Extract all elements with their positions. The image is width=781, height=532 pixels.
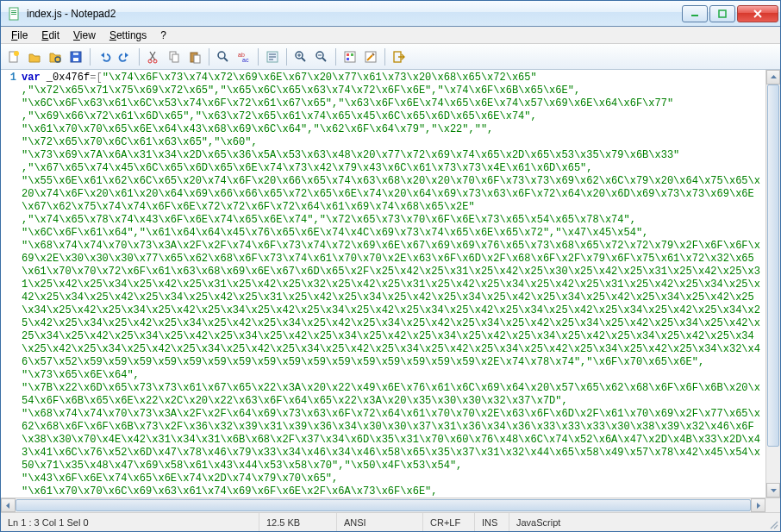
scroll-right-icon[interactable] [751,498,765,512]
statusbar: Ln 1 : 3 Col 1 Sel 0 12.5 KB ANSI CR+LF … [1,512,780,531]
toolbar-sep [139,48,140,66]
open-icon[interactable] [25,47,44,66]
menu-file[interactable]: File [4,28,34,43]
code-content[interactable]: var _0x476f=["\x74\x6F\x73\x74\x72\x69\x… [20,70,765,498]
toolbar-sep [90,48,91,66]
titlebar[interactable]: index.js - Notepad2 [1,1,780,27]
svg-rect-15 [172,54,178,62]
svg-rect-10 [73,58,78,61]
status-position: Ln 1 : 3 Col 1 Sel 0 [1,513,259,531]
menu-help[interactable]: ? [153,28,173,43]
line-number: 1 [1,72,16,84]
identifier: _0x476f [41,72,91,84]
toolbar-sep [258,48,259,66]
scheme-icon[interactable] [341,47,359,66]
paste-icon[interactable] [185,47,204,66]
save-icon[interactable] [66,47,85,66]
toolbar-sep [335,48,336,66]
browse-icon[interactable] [46,47,65,66]
scroll-up-icon[interactable] [766,70,780,84]
maximize-button[interactable] [709,5,735,22]
svg-rect-2 [11,12,16,13]
scroll-thumb[interactable] [767,84,779,447]
exit-icon[interactable] [390,47,409,66]
svg-rect-27 [347,58,349,60]
zoom-in-icon[interactable] [291,47,310,66]
status-mode[interactable]: INS [475,513,509,531]
customize-icon[interactable] [361,47,380,66]
svg-rect-25 [347,53,349,56]
undo-icon[interactable] [95,47,114,66]
keyword-var: var [22,72,41,84]
bracket-open: [ [96,72,102,84]
status-size: 12.5 KB [259,513,337,531]
svg-rect-24 [345,52,355,62]
svg-rect-4 [691,15,698,16]
resize-grip-icon[interactable] [765,513,780,531]
svg-rect-3 [11,14,16,15]
string-array: "\x74\x6F\x73\x74\x72\x69\x6E\x67\x20\x7… [22,72,760,498]
menu-view[interactable]: View [66,28,103,43]
cut-icon[interactable] [144,47,163,66]
scroll-left-icon[interactable] [1,498,16,512]
status-eol[interactable]: CR+LF [423,513,475,531]
svg-rect-5 [719,10,726,17]
status-encoding[interactable]: ANSI [337,513,423,531]
menubar: File Edit View Settings ? [1,27,780,44]
horizontal-scrollbar[interactable] [1,498,780,512]
status-language[interactable]: JavaScript [509,513,765,531]
app-window: index.js - Notepad2 File Edit View Setti… [0,0,781,532]
word-wrap-icon[interactable] [263,47,282,66]
toolbar-sep [286,48,287,66]
close-button[interactable] [737,5,778,22]
svg-point-18 [218,52,225,59]
menu-settings[interactable]: Settings [103,28,153,43]
svg-rect-17 [194,55,200,63]
toolbar: abac [1,44,780,70]
menu-edit[interactable]: Edit [34,28,66,43]
svg-rect-11 [73,53,78,55]
svg-point-7 [14,51,19,56]
replace-icon[interactable]: abac [234,47,253,66]
copy-icon[interactable] [165,47,184,66]
app-icon [8,7,22,21]
scroll-corner [765,498,780,512]
window-title: index.js - Notepad2 [27,8,680,20]
new-icon[interactable] [4,47,23,66]
window-controls [680,5,778,22]
svg-rect-1 [11,10,16,11]
minimize-button[interactable] [682,5,708,22]
zoom-out-icon[interactable] [312,47,331,66]
line-number-gutter: 1 [1,70,20,498]
toolbar-sep [209,48,209,66]
scroll-h-thumb[interactable] [16,499,751,511]
scroll-h-track[interactable] [16,498,751,512]
editor[interactable]: 1 var _0x476f=["\x74\x6F\x73\x74\x72\x69… [1,70,780,498]
svg-text:ac: ac [242,57,249,63]
scroll-track[interactable] [766,84,780,483]
svg-rect-26 [351,53,353,56]
toolbar-sep [384,48,385,66]
find-icon[interactable] [214,47,233,66]
redo-icon[interactable] [116,47,134,66]
vertical-scrollbar[interactable] [765,70,780,498]
scroll-down-icon[interactable] [766,483,780,498]
